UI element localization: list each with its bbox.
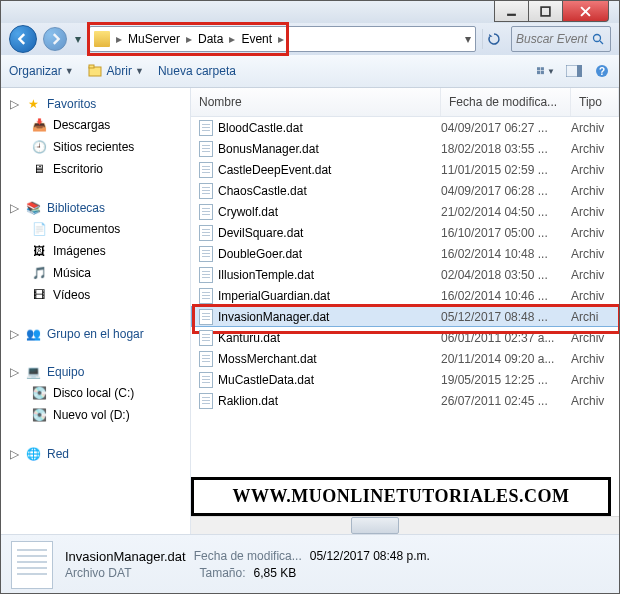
sidebar-homegroup-head[interactable]: ▷👥Grupo en el hogar (9, 324, 190, 344)
sidebar: ▷★Favoritos 📥Descargas 🕘Sitios recientes… (1, 88, 191, 534)
help-button[interactable]: ? (593, 63, 611, 79)
file-date: 20/11/2014 09:20 a... (441, 352, 571, 366)
sidebar-item-documents[interactable]: 📄Documentos (9, 218, 190, 240)
titlebar[interactable] (1, 1, 619, 23)
search-icon (590, 31, 606, 47)
forward-button[interactable] (43, 27, 67, 51)
sidebar-item-videos[interactable]: 🎞Vídeos (9, 284, 190, 306)
sidebar-item-images[interactable]: 🖼Imágenes (9, 240, 190, 262)
organize-menu[interactable]: Organizar ▼ (9, 64, 74, 78)
file-row[interactable]: InvasionManager.dat05/12/2017 08:48 ...A… (191, 306, 619, 327)
scrollbar-thumb[interactable] (351, 517, 399, 534)
file-name: CastleDeepEvent.dat (218, 163, 331, 177)
sidebar-favorites-head[interactable]: ▷★Favoritos (9, 94, 190, 114)
file-date: 16/10/2017 05:00 ... (441, 226, 571, 240)
folder-icon (94, 31, 110, 47)
close-button[interactable] (562, 1, 609, 22)
details-type: Archivo DAT (65, 566, 131, 580)
chevron-right-icon: ▸ (276, 32, 286, 46)
column-type[interactable]: Tipo (571, 88, 619, 116)
breadcrumb-item[interactable]: Data (194, 32, 227, 46)
file-row[interactable]: Kanturu.dat06/01/2011 02:37 a...Archiv (191, 327, 619, 348)
watermark-banner: WWW.MUONLINETUTORIALES.COM (191, 477, 611, 516)
file-date: 02/04/2018 03:50 ... (441, 268, 571, 282)
file-icon (11, 541, 53, 589)
file-row[interactable]: DevilSquare.dat16/10/2017 05:00 ...Archi… (191, 222, 619, 243)
svg-rect-10 (577, 65, 582, 77)
file-list: Nombre Fecha de modifica... Tipo BloodCa… (191, 88, 619, 534)
desktop-icon: 🖥 (31, 161, 47, 177)
file-type: Archiv (571, 331, 619, 345)
file-row[interactable]: BloodCastle.dat04/09/2017 06:27 ...Archi… (191, 117, 619, 138)
sidebar-item-downloads[interactable]: 📥Descargas (9, 114, 190, 136)
column-name[interactable]: Nombre (191, 88, 441, 116)
back-button[interactable] (9, 25, 37, 53)
file-row[interactable]: MuCastleData.dat19/05/2015 12:25 ...Arch… (191, 369, 619, 390)
maximize-button[interactable] (528, 1, 563, 22)
breadcrumb-item[interactable]: MuServer (124, 32, 184, 46)
details-filename: InvasionManager.dat (65, 549, 186, 564)
chevron-right-icon: ▸ (227, 32, 237, 46)
details-date-label: Fecha de modifica... (194, 549, 302, 564)
file-date: 26/07/2011 02:45 ... (441, 394, 571, 408)
sidebar-libraries-head[interactable]: ▷📚Bibliotecas (9, 198, 190, 218)
new-folder-button[interactable]: Nueva carpeta (158, 64, 236, 78)
file-row[interactable]: CastleDeepEvent.dat11/01/2015 02:59 ...A… (191, 159, 619, 180)
sidebar-item-disk-d[interactable]: 💽Nuevo vol (D:) (9, 404, 190, 426)
sidebar-item-music[interactable]: 🎵Música (9, 262, 190, 284)
minimize-button[interactable] (494, 1, 529, 22)
search-input[interactable]: Buscar Event (511, 26, 611, 52)
file-row[interactable]: BonusManager.dat18/02/2018 03:55 ...Arch… (191, 138, 619, 159)
sidebar-network-head[interactable]: ▷🌐Red (9, 444, 190, 464)
svg-rect-8 (541, 71, 544, 74)
nav-history-dropdown[interactable]: ▾ (73, 30, 83, 48)
preview-pane-button[interactable] (565, 63, 583, 79)
libraries-icon: 📚 (25, 200, 41, 216)
downloads-icon: 📥 (31, 117, 47, 133)
file-date: 06/01/2011 02:37 a... (441, 331, 571, 345)
file-date: 16/02/2014 10:46 ... (441, 289, 571, 303)
file-name: MossMerchant.dat (218, 352, 317, 366)
file-icon (199, 372, 213, 388)
breadcrumb-item[interactable]: Event (237, 32, 276, 46)
refresh-button[interactable] (482, 29, 505, 49)
file-row[interactable]: Crywolf.dat21/02/2014 04:50 ...Archiv (191, 201, 619, 222)
file-type: Archiv (571, 394, 619, 408)
chevron-down-icon: ▼ (65, 66, 74, 76)
chevron-right-icon: ▸ (184, 32, 194, 46)
file-type: Archiv (571, 247, 619, 261)
sidebar-computer-head[interactable]: ▷💻Equipo (9, 362, 190, 382)
svg-rect-7 (537, 71, 540, 74)
computer-icon: 💻 (25, 364, 41, 380)
search-placeholder: Buscar Event (516, 32, 590, 46)
breadcrumb[interactable]: ▸ MuServer ▸ Data ▸ Event ▸ ▾ (89, 26, 476, 52)
file-date: 18/02/2018 03:55 ... (441, 142, 571, 156)
recent-icon: 🕘 (31, 139, 47, 155)
caret-icon: ▷ (9, 365, 19, 379)
horizontal-scrollbar[interactable] (191, 516, 619, 534)
file-row[interactable]: DoubleGoer.dat16/02/2014 10:48 ...Archiv (191, 243, 619, 264)
address-bar: ▾ ▸ MuServer ▸ Data ▸ Event ▸ ▾ Buscar E… (1, 23, 619, 55)
file-row[interactable]: ChaosCastle.dat04/09/2017 06:28 ...Archi… (191, 180, 619, 201)
file-row[interactable]: ImperialGuardian.dat16/02/2014 10:46 ...… (191, 285, 619, 306)
sidebar-item-recent[interactable]: 🕘Sitios recientes (9, 136, 190, 158)
explorer-window: ▾ ▸ MuServer ▸ Data ▸ Event ▸ ▾ Buscar E… (0, 0, 620, 594)
sidebar-item-desktop[interactable]: 🖥Escritorio (9, 158, 190, 180)
file-row[interactable]: Raklion.dat26/07/2011 02:45 ...Archiv (191, 390, 619, 411)
open-menu[interactable]: Abrir ▼ (88, 63, 144, 79)
file-type: Archiv (571, 121, 619, 135)
column-date[interactable]: Fecha de modifica... (441, 88, 571, 116)
sidebar-item-disk-c[interactable]: 💽Disco local (C:) (9, 382, 190, 404)
file-type: Archiv (571, 289, 619, 303)
view-options-button[interactable]: ▼ (537, 63, 555, 79)
caret-icon: ▷ (9, 447, 19, 461)
file-name: InvasionManager.dat (218, 310, 329, 324)
address-dropdown-icon[interactable]: ▾ (465, 32, 471, 46)
file-date: 04/09/2017 06:27 ... (441, 121, 571, 135)
homegroup-icon: 👥 (25, 326, 41, 342)
images-icon: 🖼 (31, 243, 47, 259)
file-type: Archiv (571, 352, 619, 366)
chevron-right-icon: ▸ (114, 32, 124, 46)
file-row[interactable]: MossMerchant.dat20/11/2014 09:20 a...Arc… (191, 348, 619, 369)
file-row[interactable]: IllusionTemple.dat02/04/2018 03:50 ...Ar… (191, 264, 619, 285)
